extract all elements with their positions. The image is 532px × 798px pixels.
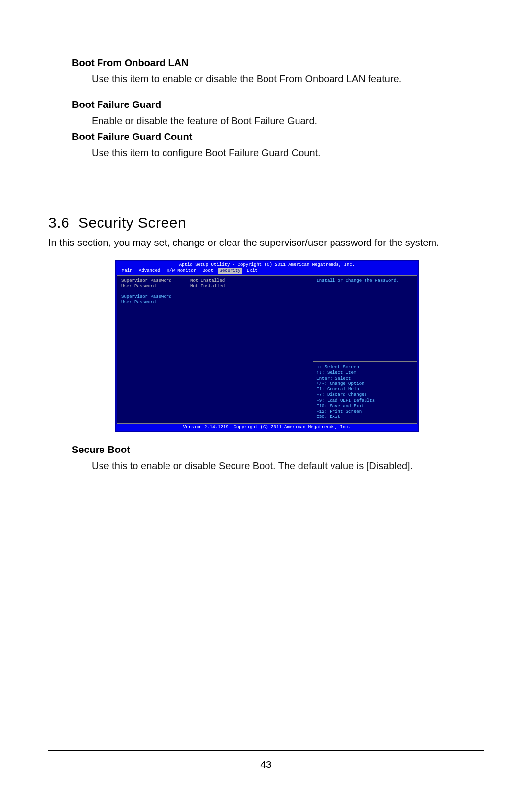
bios-tab-security: Security: [218, 268, 242, 274]
bios-key-line: ↑↓: Select Item: [316, 370, 414, 376]
bios-row-label: Supervisor Password: [121, 278, 190, 284]
setting-item: Boot Failure Guard Enable or disable the…: [72, 99, 484, 128]
section-title: Security Screen: [78, 214, 186, 231]
bios-row-value: Not Installed: [190, 278, 225, 284]
bios-key-line: F12: Print Screen: [316, 409, 414, 415]
bios-menu-item: User Password: [121, 300, 309, 305]
bios-key-line: F9: Load UEFI Defaults: [316, 398, 414, 404]
setting-item: Boot From Onboard LAN Use this item to e…: [72, 57, 484, 86]
setting-item: Boot Failure Guard Count Use this item t…: [72, 131, 484, 160]
bios-tab-advanced: Advanced: [137, 268, 162, 274]
bios-footer: Version 2.14.1219. Copyright (C) 2011 Am…: [116, 424, 418, 431]
setting-heading: Secure Boot: [72, 444, 484, 455]
bios-body: Supervisor Password Not Installed User P…: [117, 275, 417, 424]
setting-heading: Boot From Onboard LAN: [72, 57, 484, 69]
bios-menu-bar: Main Advanced H/W Monitor Boot Security …: [116, 268, 418, 275]
bios-window: Aptio Setup Utility - Copyright (C) 2011…: [115, 260, 419, 432]
bios-screenshot: Aptio Setup Utility - Copyright (C) 2011…: [115, 260, 417, 432]
bios-key-line: F1: General Help: [316, 387, 414, 392]
bios-help-text: Install or Change the Password.: [313, 276, 417, 362]
bios-key-line: Enter: Select: [316, 376, 414, 382]
bios-menu-item: Supervisor Password: [121, 294, 309, 300]
section-number: 3.6: [48, 214, 69, 231]
bios-tab-main: Main: [120, 268, 134, 274]
bottom-horizontal-rule: [48, 750, 484, 751]
bios-key-line: ESC: Exit: [316, 415, 414, 420]
page-number: 43: [0, 759, 532, 770]
bios-status-row: Supervisor Password Not Installed: [121, 278, 309, 284]
setting-heading: Boot Failure Guard: [72, 99, 484, 110]
bios-key-line: F10: Save and Exit: [316, 404, 414, 409]
bios-tab-hwmonitor: H/W Monitor: [165, 268, 198, 274]
bios-key-line: ↔: Select Screen: [316, 365, 414, 370]
bios-key-line: +/-: Change Option: [316, 382, 414, 387]
setting-description: Enable or disable the feature of Boot Fa…: [92, 113, 484, 128]
bios-row-value: Not Installed: [190, 284, 225, 289]
setting-description: Use this to enable or disable Secure Boo…: [92, 458, 484, 473]
bios-row-label: User Password: [121, 284, 190, 289]
bios-key-line: F7: Discard Changes: [316, 392, 414, 398]
bios-left-panel: Supervisor Password Not Installed User P…: [117, 276, 313, 423]
setting-heading: Boot Failure Guard Count: [72, 131, 484, 142]
bios-tab-boot: Boot: [200, 268, 215, 274]
top-horizontal-rule: [48, 35, 484, 35]
section-heading: 3.6 Security Screen: [48, 214, 484, 231]
section-intro: In this section, you may set, change or …: [48, 235, 484, 250]
document-page: Boot From Onboard LAN Use this item to e…: [0, 0, 532, 798]
setting-description: Use this item to enable or disable the B…: [92, 71, 484, 86]
bios-key-help: ↔: Select Screen ↑↓: Select Item Enter: …: [313, 362, 417, 423]
setting-item: Secure Boot Use this to enable or disabl…: [72, 444, 484, 473]
bios-status-row: User Password Not Installed: [121, 284, 309, 289]
bios-title-bar: Aptio Setup Utility - Copyright (C) 2011…: [116, 261, 418, 268]
bios-tab-exit: Exit: [245, 268, 260, 274]
setting-description: Use this item to configure Boot Failure …: [92, 145, 484, 160]
bios-right-panel: Install or Change the Password. ↔: Selec…: [313, 276, 417, 423]
